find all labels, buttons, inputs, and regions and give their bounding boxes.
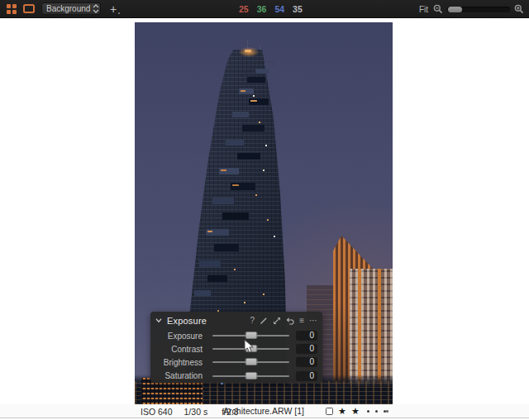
toolbar-left-group: Background +: [0, 2, 117, 15]
slider-row-exposure: Exposure 0: [155, 329, 317, 342]
layer-dropdown-value: Background: [42, 3, 91, 14]
tower-pixel-box: [226, 140, 244, 146]
copy-apply-arrows-icon[interactable]: [273, 317, 281, 325]
tower-pixel-box: [237, 153, 260, 160]
saturation-slider-track[interactable]: [212, 375, 289, 377]
slider-label: Exposure: [155, 332, 203, 341]
top-toolbar: Background + 25 36 54 35 Fit: [0, 0, 529, 18]
readout-blue: 54: [274, 4, 284, 14]
help-icon[interactable]: ?: [250, 317, 255, 325]
grid-cell: [7, 10, 11, 14]
saturation-value-field[interactable]: 0: [296, 371, 317, 381]
tower-crown-light: [245, 50, 251, 52]
layer-frame-icon[interactable]: [23, 4, 35, 13]
status-bar: ISO 640 1/30 s f/2.8 Architecture.ARW [1…: [0, 404, 529, 418]
readout-luminance: 35: [293, 4, 303, 14]
capture-metadata: ISO 640 1/30 s f/2.8: [141, 404, 239, 418]
zoom-slider[interactable]: [447, 7, 510, 12]
application-window: Background + 25 36 54 35 Fit: [0, 0, 529, 420]
slider-row-saturation: Saturation 0: [155, 370, 317, 383]
tower-pixel-box: [199, 260, 221, 267]
smudge-artifact: [386, 410, 388, 413]
slider-rows: Exposure 0 Contrast 0 Brightness 0: [155, 329, 317, 383]
readout-green: 36: [257, 4, 267, 14]
presets-menu-icon[interactable]: ≡: [299, 317, 304, 325]
add-layer-button[interactable]: +: [110, 3, 117, 15]
rgb-readout: 25 36 54 35: [239, 0, 303, 18]
window-lights: [135, 22, 136, 24]
rating-controls: ★ ★: [326, 404, 386, 418]
brush-icon[interactable]: [260, 317, 268, 325]
layers-grid-icon[interactable]: [7, 4, 17, 14]
shutter-speed-label: 1/30 s: [184, 407, 208, 417]
exposure-slider-handle[interactable]: [245, 332, 257, 339]
slider-row-contrast: Contrast 0: [155, 342, 317, 356]
tower-pixel-box: [247, 77, 265, 83]
saturation-slider-handle[interactable]: [245, 372, 257, 379]
fit-zoom-button[interactable]: Fit: [419, 5, 428, 14]
tower-pixel-box: [232, 112, 249, 117]
panel-header-icons: ? ≡ ⋯: [250, 317, 317, 325]
lit-window-strip: [207, 231, 212, 232]
grid-cell: [7, 4, 11, 8]
rating-star[interactable]: ★: [351, 407, 360, 416]
tower-pixel-box: [222, 212, 249, 220]
slider-label: Brightness: [155, 358, 203, 367]
lit-window-strip: [221, 169, 226, 171]
brightness-value-field[interactable]: 0: [296, 357, 317, 367]
lit-window-strip: [250, 100, 257, 102]
stepper-chevrons-icon: [91, 3, 100, 14]
layer-dropdown[interactable]: Background: [41, 2, 101, 15]
more-options-icon[interactable]: ⋯: [309, 317, 317, 325]
readout-red: 25: [239, 4, 249, 14]
edit-checkbox[interactable]: [326, 408, 333, 415]
zoom-slider-handle[interactable]: [448, 7, 462, 12]
brightness-slider-track[interactable]: [212, 361, 289, 363]
zoom-controls: Fit: [419, 0, 524, 18]
crane: [274, 61, 274, 67]
lit-window-strip: [232, 184, 239, 186]
tower-pixel-box: [242, 125, 264, 131]
tower-pixel-box: [214, 244, 239, 251]
tower-pixel-box: [212, 198, 234, 204]
mouse-cursor: [244, 339, 255, 355]
aperture-label: f/2.8: [222, 407, 238, 417]
panel-title: Exposure: [167, 316, 207, 326]
tower-pixel-box: [255, 69, 269, 74]
rating-dot[interactable]: [367, 410, 369, 413]
tower-pixel-box: [207, 275, 227, 282]
brightness-slider-handle[interactable]: [245, 358, 257, 365]
exposure-panel: Exposure ? ≡ ⋯ E: [150, 312, 322, 383]
slider-row-brightness: Brightness 0: [155, 356, 317, 369]
reset-undo-icon[interactable]: [286, 317, 294, 325]
exposure-panel-header: Exposure ? ≡ ⋯: [155, 314, 317, 327]
slider-label: Contrast: [155, 345, 203, 354]
exposure-value-field[interactable]: 0: [296, 331, 317, 341]
lit-window-strip: [241, 90, 245, 92]
zoom-out-icon[interactable]: [433, 4, 443, 14]
contrast-value-field[interactable]: 0: [296, 344, 317, 354]
tower-crown-light: [239, 47, 259, 57]
grid-cell: [12, 10, 17, 14]
grid-cell: [12, 4, 17, 8]
tower-pixel-box: [194, 290, 211, 296]
rating-dot[interactable]: [375, 410, 378, 413]
iso-label: ISO 640: [141, 407, 173, 417]
collapse-chevron-icon[interactable]: [155, 317, 162, 323]
zoom-in-icon[interactable]: [514, 4, 524, 14]
exposure-slider-track[interactable]: [212, 335, 289, 336]
slider-label: Saturation: [155, 371, 203, 380]
rating-star[interactable]: ★: [338, 407, 346, 416]
